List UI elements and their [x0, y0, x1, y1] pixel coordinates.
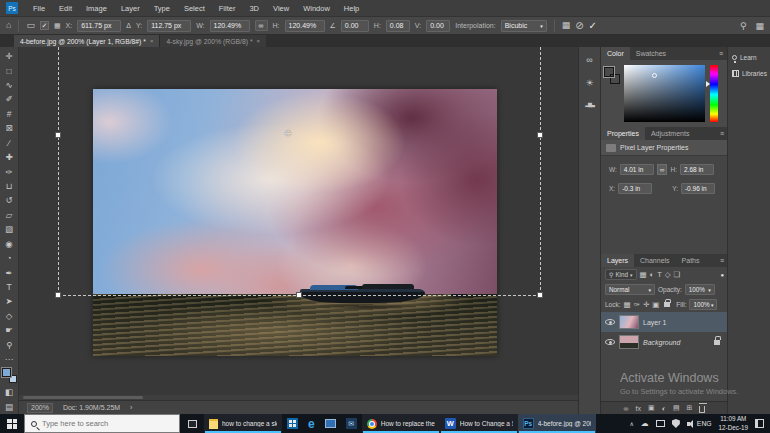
menu-window[interactable]: Window — [296, 4, 337, 13]
zoom-tool-icon[interactable]: ⚲ — [1, 337, 18, 351]
scrollbar-thumb[interactable] — [23, 396, 143, 399]
relative-positioning-toggle[interactable]: Δ — [126, 21, 131, 30]
transform-handle-bottom-right[interactable] — [537, 292, 543, 298]
fill-select[interactable]: 100% ▾ — [689, 299, 717, 310]
foreground-color-swatch[interactable] — [604, 67, 614, 77]
clock[interactable]: 11:09 AM 12-Dec-19 — [719, 415, 748, 431]
layer-mask-icon[interactable]: ▣ — [648, 404, 655, 412]
hue-slider[interactable] — [710, 65, 718, 122]
filter-toggle-icon[interactable]: ● — [720, 272, 724, 278]
menu-help[interactable]: Help — [337, 4, 366, 13]
delete-layer-icon[interactable] — [699, 406, 705, 413]
quick-selection-tool-icon[interactable]: ✐ — [1, 92, 18, 106]
canvas-area[interactable]: ⌖ 200% Doc: 1.90M/5.25M › — [19, 47, 578, 414]
shape-tool-icon[interactable]: ◇ — [1, 309, 18, 323]
menu-edit[interactable]: Edit — [52, 4, 79, 13]
eraser-tool-icon[interactable]: ▱ — [1, 208, 18, 222]
adjustments-panel-icon[interactable]: ☀ — [585, 78, 593, 88]
new-group-icon[interactable]: ▤ — [673, 404, 680, 412]
height-scale-field[interactable]: 120.49% — [285, 20, 325, 32]
path-selection-tool-icon[interactable]: ➤ — [1, 294, 18, 308]
new-layer-icon[interactable]: ⊞ — [687, 404, 693, 412]
menu-image[interactable]: Image — [79, 4, 114, 13]
taskbar-app-edge[interactable]: e — [303, 414, 320, 433]
color-marker[interactable] — [652, 73, 657, 78]
cancel-transform-icon[interactable]: ⊘ — [575, 21, 583, 30]
menu-filter[interactable]: Filter — [212, 4, 243, 13]
prop-y-field[interactable]: -0.96 in — [681, 183, 715, 194]
menu-select[interactable]: Select — [177, 4, 212, 13]
width-scale-field[interactable]: 120.49% — [210, 20, 250, 32]
foreground-background-swatches[interactable] — [2, 368, 17, 383]
kind-filter-select[interactable]: ⚲ Kind ▾ — [605, 269, 637, 280]
menu-layer[interactable]: Layer — [114, 4, 147, 13]
transform-marquee-right[interactable] — [540, 47, 541, 295]
y-position-field[interactable]: 112.75 px — [147, 20, 191, 32]
task-view-button[interactable] — [180, 414, 204, 433]
transform-handle-bottom-left[interactable] — [55, 292, 61, 298]
filter-adjustment-layers-icon[interactable]: ◐ — [650, 270, 655, 279]
filter-pixel-layers-icon[interactable]: ▦ — [640, 270, 647, 279]
foreground-swatch[interactable] — [2, 368, 11, 377]
saturation-brightness-box[interactable] — [624, 65, 705, 122]
lasso-tool-icon[interactable]: ∿ — [1, 78, 18, 92]
filter-type-layers-icon[interactable]: T — [657, 270, 662, 279]
edit-toolbar-icon[interactable]: ⋯ — [1, 352, 18, 366]
tab-properties[interactable]: Properties — [601, 127, 645, 140]
action-center-icon[interactable] — [755, 419, 764, 428]
brush-tool-icon[interactable]: ✑ — [1, 164, 18, 178]
transform-reference-point[interactable]: ⌖ — [285, 127, 291, 140]
zoom-level-field[interactable]: 200% — [27, 403, 53, 413]
tray-chevron-up-icon[interactable]: ∧ — [629, 420, 633, 427]
quick-mask-mode-icon[interactable]: ◧ — [1, 385, 18, 399]
start-button[interactable] — [0, 414, 24, 433]
menu-view[interactable]: View — [266, 4, 296, 13]
opacity-select[interactable]: 100% ▾ — [685, 284, 715, 295]
clone-stamp-tool-icon[interactable]: ⊔ — [1, 179, 18, 193]
prop-x-field[interactable]: -0.3 in — [618, 183, 652, 194]
taskbar-app-monitor[interactable] — [320, 414, 341, 433]
adjustment-layer-icon[interactable]: ◐ — [662, 405, 666, 412]
v-skew-field[interactable]: 0.00 — [426, 20, 450, 32]
transform-handle-left[interactable] — [55, 132, 61, 138]
link-layers-icon[interactable]: ∞ — [624, 405, 629, 412]
document-tab-active[interactable]: 4-before.jpg @ 200% (Layer 1, RGB/8#) * … — [14, 35, 159, 47]
frame-tool-icon[interactable]: ⊠ — [1, 121, 18, 135]
reference-point-checkbox[interactable]: ✓ — [40, 21, 49, 30]
maintain-aspect-ratio-icon[interactable]: ∞ — [255, 20, 268, 31]
interpolation-select[interactable]: Bicubic ▾ — [501, 20, 547, 32]
layer-thumbnail[interactable] — [619, 315, 639, 329]
tab-swatches[interactable]: Swatches — [630, 47, 672, 60]
libraries-panel-button[interactable]: Libraries — [732, 70, 768, 77]
warp-mode-toggle-icon[interactable]: ▦ — [562, 21, 571, 30]
blend-mode-select[interactable]: Normal ▾ — [605, 284, 655, 295]
filter-smart-objects-icon[interactable]: ❏ — [674, 270, 681, 279]
transform-handle-right[interactable] — [537, 132, 543, 138]
workspace-switcher-icon[interactable]: ▦ — [755, 22, 764, 31]
move-tool-icon[interactable]: ✛ — [1, 49, 18, 63]
layer-row[interactable]: Background — [601, 332, 728, 352]
lock-all-icon[interactable] — [664, 302, 670, 307]
tab-channels[interactable]: Channels — [634, 254, 676, 267]
menu-file[interactable]: File — [26, 4, 52, 13]
screen-mode-icon[interactable]: ▤ — [1, 400, 18, 414]
link-dimensions-icon[interactable]: ∞ — [657, 164, 668, 175]
rotate-field[interactable]: 0.00 — [341, 20, 369, 32]
rectangular-marquee-tool-icon[interactable]: □ — [1, 63, 18, 77]
layer-thumbnail[interactable] — [619, 335, 639, 349]
document-tab-inactive[interactable]: 4-sky.jpg @ 200% (RGB/8) * × — [159, 35, 266, 47]
taskbar-app-notes[interactable]: how to change a sk... — [204, 414, 282, 433]
commit-transform-icon[interactable]: ✓ — [589, 21, 597, 30]
close-tab-icon[interactable]: × — [150, 38, 154, 44]
lock-image-pixels-icon[interactable]: ✑ — [634, 300, 640, 309]
taskbar-app-mail[interactable]: ✉ — [341, 414, 362, 433]
clone-source-panel-icon[interactable]: ∞ — [586, 55, 592, 65]
learn-panel-button[interactable]: Learn — [732, 54, 768, 61]
x-position-field[interactable]: 611.75 px — [77, 20, 121, 32]
close-tab-icon[interactable]: × — [257, 38, 261, 44]
status-chevron-icon[interactable]: › — [130, 404, 132, 411]
history-brush-tool-icon[interactable]: ↺ — [1, 193, 18, 207]
reference-point-grid-icon[interactable]: ▦ — [54, 21, 61, 30]
lock-transparent-pixels-icon[interactable]: ▦ — [624, 300, 631, 309]
security-shield-icon[interactable] — [672, 419, 680, 428]
